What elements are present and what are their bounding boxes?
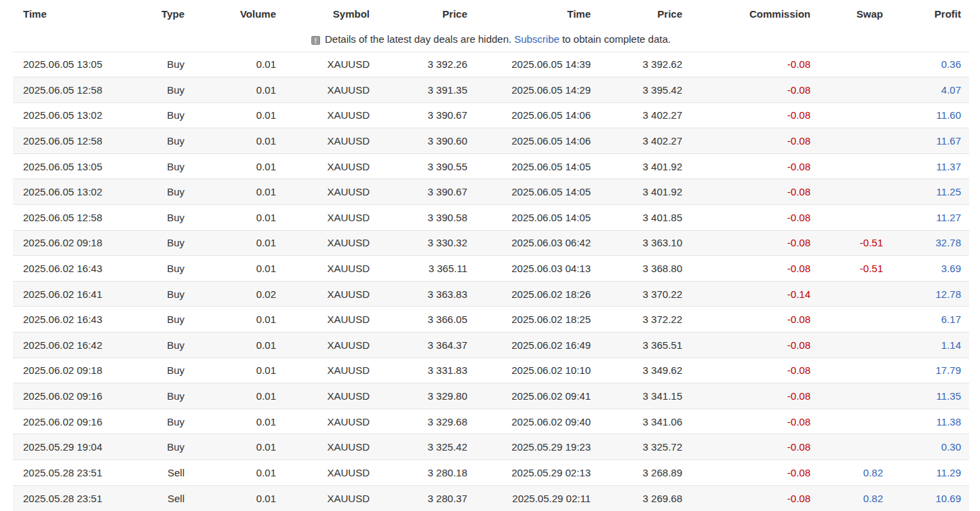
cell-price: 3 329.80	[378, 383, 475, 409]
cell-symbol: XAUUSD	[284, 333, 378, 358]
cell-volume: 0.01	[193, 205, 284, 231]
cell-swap: 0.82	[819, 460, 891, 486]
cell-close_price: 3 341.06	[599, 409, 690, 434]
cell-volume: 0.01	[193, 179, 284, 205]
cell-commission: -0.08	[690, 205, 819, 231]
cell-time: 2025.06.05 13:05	[13, 153, 108, 179]
cell-close_price: 3 368.80	[599, 256, 690, 282]
column-header-swap: Swap	[819, 0, 891, 27]
cell-swap	[819, 333, 891, 358]
cell-type: Buy	[108, 409, 193, 434]
cell-commission: -0.08	[690, 333, 819, 358]
cell-commission: -0.08	[690, 230, 819, 256]
cell-time: 2025.06.02 16:41	[13, 281, 108, 307]
cell-time: 2025.06.02 09:18	[13, 358, 108, 383]
cell-swap	[819, 281, 891, 307]
cell-close_time: 2025.05.29 02:13	[475, 460, 599, 486]
cell-price: 3 331.83	[378, 358, 475, 383]
cell-symbol: XAUUSD	[284, 52, 378, 77]
cell-volume: 0.01	[193, 102, 284, 128]
cell-close_time: 2025.06.05 14:06	[475, 102, 599, 128]
cell-profit: 11.29	[891, 460, 969, 486]
cell-volume: 0.01	[193, 256, 284, 282]
column-header-commission: Commission	[690, 0, 819, 27]
cell-time: 2025.06.05 12:58	[13, 205, 108, 231]
cell-symbol: XAUUSD	[284, 102, 378, 128]
cell-type: Buy	[108, 281, 193, 307]
cell-volume: 0.01	[193, 153, 284, 179]
deal-row: 2025.06.05 13:05Buy0.01XAUUSD3 390.55202…	[13, 153, 969, 179]
cell-symbol: XAUUSD	[284, 358, 378, 383]
cell-symbol: XAUUSD	[284, 460, 378, 486]
cell-close_time: 2025.06.03 06:42	[475, 230, 599, 256]
cell-volume: 0.01	[193, 485, 284, 511]
cell-price: 3 329.68	[378, 409, 475, 434]
cell-type: Sell	[108, 485, 193, 511]
cell-commission: -0.08	[690, 128, 819, 154]
cell-symbol: XAUUSD	[284, 153, 378, 179]
cell-close_price: 3 268.89	[599, 460, 690, 486]
cell-swap	[819, 77, 891, 103]
cell-time: 2025.05.28 23:51	[13, 460, 108, 486]
cell-profit: 1.14	[891, 333, 969, 358]
cell-time: 2025.06.02 16:43	[13, 256, 108, 282]
deals-table: TimeTypeVolumeSymbolPriceTimePriceCommis…	[13, 0, 969, 511]
cell-volume: 0.01	[193, 409, 284, 434]
cell-type: Buy	[108, 307, 193, 333]
cell-time: 2025.06.05 12:58	[13, 128, 108, 154]
cell-price: 3 391.35	[378, 77, 475, 103]
cell-volume: 0.02	[193, 281, 284, 307]
cell-price: 3 390.67	[378, 102, 475, 128]
cell-symbol: XAUUSD	[284, 128, 378, 154]
cell-type: Buy	[108, 52, 193, 77]
column-header-close_time: Time	[475, 0, 599, 27]
cell-type: Buy	[108, 434, 193, 460]
cell-time: 2025.05.28 23:51	[13, 485, 108, 511]
cell-commission: -0.08	[690, 434, 819, 460]
cell-volume: 0.01	[193, 434, 284, 460]
cell-volume: 0.01	[193, 460, 284, 486]
cell-commission: -0.08	[690, 383, 819, 409]
cell-type: Buy	[108, 256, 193, 282]
cell-price: 3 392.26	[378, 52, 475, 77]
subscribe-link[interactable]: Subscribe	[514, 33, 560, 45]
cell-profit: 0.30	[891, 434, 969, 460]
cell-swap	[819, 205, 891, 231]
cell-time: 2025.06.02 16:43	[13, 307, 108, 333]
deal-row: 2025.06.02 09:16Buy0.01XAUUSD3 329.68202…	[13, 409, 969, 434]
cell-close_time: 2025.06.02 10:10	[475, 358, 599, 383]
cell-swap	[819, 409, 891, 434]
cell-profit: 12.78	[891, 281, 969, 307]
hidden-deals-notice: !Details of the latest day deals are hid…	[13, 27, 969, 52]
cell-close_time: 2025.06.05 14:39	[475, 52, 599, 77]
cell-price: 3 280.18	[378, 460, 475, 486]
cell-commission: -0.14	[690, 281, 819, 307]
deal-row: 2025.06.02 09:16Buy0.01XAUUSD3 329.80202…	[13, 383, 969, 409]
cell-close_time: 2025.06.02 16:49	[475, 333, 599, 358]
cell-close_time: 2025.06.02 09:40	[475, 409, 599, 434]
column-header-symbol: Symbol	[284, 0, 378, 27]
cell-close_time: 2025.06.05 14:05	[475, 205, 599, 231]
cell-type: Sell	[108, 460, 193, 486]
cell-commission: -0.08	[690, 179, 819, 205]
cell-time: 2025.06.05 13:05	[13, 52, 108, 77]
cell-time: 2025.05.29 19:04	[13, 434, 108, 460]
deal-row: 2025.06.02 09:18Buy0.01XAUUSD3 330.32202…	[13, 230, 969, 256]
cell-close_price: 3 349.62	[599, 358, 690, 383]
cell-profit: 10.69	[891, 485, 969, 511]
column-header-profit: Profit	[891, 0, 969, 27]
cell-type: Buy	[108, 333, 193, 358]
cell-price: 3 365.11	[378, 256, 475, 282]
cell-close_price: 3 370.22	[599, 281, 690, 307]
cell-volume: 0.01	[193, 128, 284, 154]
column-header-volume: Volume	[193, 0, 284, 27]
cell-volume: 0.01	[193, 307, 284, 333]
cell-price: 3 366.05	[378, 307, 475, 333]
cell-type: Buy	[108, 230, 193, 256]
cell-swap	[819, 153, 891, 179]
cell-close_price: 3 401.85	[599, 205, 690, 231]
cell-profit: 11.60	[891, 102, 969, 128]
cell-close_price: 3 372.22	[599, 307, 690, 333]
cell-close_time: 2025.06.05 14:05	[475, 179, 599, 205]
cell-commission: -0.08	[690, 52, 819, 77]
